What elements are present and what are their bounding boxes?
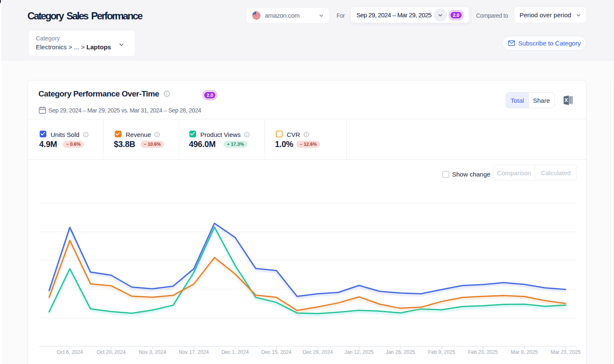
svg-text:Feb 23, 2025: Feb 23, 2025 [468,349,498,355]
svg-text:Mar 23, 2025: Mar 23, 2025 [551,349,581,355]
svg-text:Nov 17, 2024: Nov 17, 2024 [179,349,209,355]
svg-text:Feb 9, 2025: Feb 9, 2025 [428,349,455,355]
svg-text:Mar 9, 2025: Mar 9, 2025 [511,349,538,355]
svg-text:X: X [564,97,568,103]
svg-text:Dec 29, 2024: Dec 29, 2024 [303,349,333,355]
svg-text:Oct 6, 2024: Oct 6, 2024 [57,349,83,355]
svg-text:Dec 15, 2024: Dec 15, 2024 [261,349,292,355]
svg-text:Nov 3, 2024: Nov 3, 2024 [139,349,166,355]
svg-text:Jan 12, 2025: Jan 12, 2025 [345,349,374,355]
svg-text:Dec 1, 2024: Dec 1, 2024 [221,349,249,355]
svg-text:Oct 20, 2024: Oct 20, 2024 [97,349,126,355]
svg-text:Jan 26, 2025: Jan 26, 2025 [386,349,415,355]
